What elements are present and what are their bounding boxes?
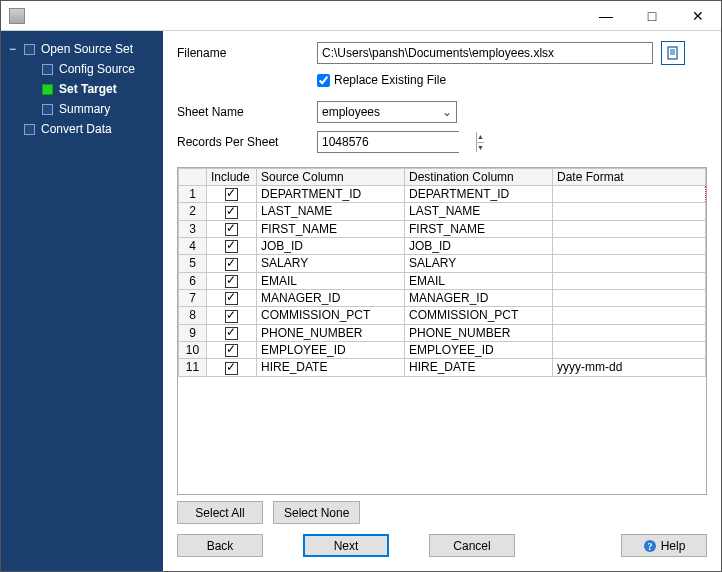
cell-source[interactable]: MANAGER_ID [257, 289, 405, 306]
checkbox-checked-icon[interactable] [225, 206, 238, 219]
cell-format[interactable] [553, 255, 706, 272]
checkbox-checked-icon[interactable] [225, 292, 238, 305]
cell-include[interactable] [207, 341, 257, 358]
cell-source[interactable]: EMAIL [257, 272, 405, 289]
checkbox-checked-icon[interactable] [225, 223, 238, 236]
row-header[interactable]: 9 [179, 324, 207, 341]
cell-format[interactable] [553, 272, 706, 289]
col-header-format[interactable]: Date Format [553, 169, 706, 186]
wizard-step-open-source-set[interactable]: −Open Source Set [7, 39, 157, 59]
cell-format[interactable] [553, 341, 706, 358]
cell-source[interactable]: PHONE_NUMBER [257, 324, 405, 341]
filename-input[interactable] [317, 42, 653, 64]
cell-include[interactable] [207, 307, 257, 324]
cell-format[interactable] [553, 237, 706, 254]
cell-format[interactable] [553, 289, 706, 306]
checkbox-checked-icon[interactable] [225, 344, 238, 357]
cell-source[interactable]: SALARY [257, 255, 405, 272]
minimize-button[interactable]: — [583, 1, 629, 30]
cell-dest[interactable]: DEPARTMENT_ID [405, 186, 553, 203]
records-per-sheet-spinner[interactable]: ▲ ▼ [317, 131, 459, 153]
wizard-step-set-target[interactable]: Set Target [25, 79, 157, 99]
cell-include[interactable] [207, 237, 257, 254]
cell-include[interactable] [207, 255, 257, 272]
cell-include[interactable] [207, 324, 257, 341]
table-row[interactable]: 7MANAGER_IDMANAGER_ID [179, 289, 706, 306]
cell-include[interactable] [207, 272, 257, 289]
select-all-button[interactable]: Select All [177, 501, 263, 524]
cell-format[interactable]: yyyy-mm-dd [553, 359, 706, 376]
wizard-step-summary[interactable]: Summary [25, 99, 157, 119]
checkbox-checked-icon[interactable] [225, 362, 238, 375]
cell-dest[interactable]: HIRE_DATE [405, 359, 553, 376]
cell-include[interactable] [207, 289, 257, 306]
next-button[interactable]: Next [303, 534, 389, 557]
cell-source[interactable]: COMMISSION_PCT [257, 307, 405, 324]
row-header[interactable]: 6 [179, 272, 207, 289]
cell-source[interactable]: FIRST_NAME [257, 220, 405, 237]
spinner-up-icon[interactable]: ▲ [477, 132, 484, 143]
cell-format[interactable] [553, 203, 706, 220]
row-header[interactable]: 7 [179, 289, 207, 306]
cell-dest[interactable]: JOB_ID [405, 237, 553, 254]
checkbox-checked-icon[interactable] [225, 240, 238, 253]
cell-source[interactable]: JOB_ID [257, 237, 405, 254]
table-row[interactable]: 9PHONE_NUMBERPHONE_NUMBER [179, 324, 706, 341]
cell-format[interactable] [553, 307, 706, 324]
checkbox-checked-icon[interactable] [225, 327, 238, 340]
cell-dest[interactable]: SALARY [405, 255, 553, 272]
cell-dest[interactable]: FIRST_NAME [405, 220, 553, 237]
cell-dest[interactable]: COMMISSION_PCT [405, 307, 553, 324]
row-header[interactable]: 4 [179, 237, 207, 254]
cell-source[interactable]: DEPARTMENT_ID [257, 186, 405, 203]
replace-existing-checkbox[interactable] [317, 74, 330, 87]
table-row[interactable]: 2LAST_NAMELAST_NAME [179, 203, 706, 220]
cell-dest[interactable]: LAST_NAME [405, 203, 553, 220]
cell-format[interactable] [553, 324, 706, 341]
columns-grid[interactable]: Include Source Column Destination Column… [177, 167, 707, 495]
table-row[interactable]: 5SALARYSALARY [179, 255, 706, 272]
row-header[interactable]: 3 [179, 220, 207, 237]
maximize-button[interactable]: □ [629, 1, 675, 30]
row-header[interactable]: 5 [179, 255, 207, 272]
cancel-button[interactable]: Cancel [429, 534, 515, 557]
cell-include[interactable] [207, 186, 257, 203]
cell-include[interactable] [207, 203, 257, 220]
checkbox-checked-icon[interactable] [225, 275, 238, 288]
cell-source[interactable]: HIRE_DATE [257, 359, 405, 376]
wizard-step-convert-data[interactable]: Convert Data [7, 119, 157, 139]
help-button[interactable]: ? Help [621, 534, 707, 557]
checkbox-checked-icon[interactable] [225, 188, 238, 201]
select-none-button[interactable]: Select None [273, 501, 360, 524]
cell-source[interactable]: LAST_NAME [257, 203, 405, 220]
row-header[interactable]: 10 [179, 341, 207, 358]
wizard-step-config-source[interactable]: Config Source [25, 59, 157, 79]
row-header[interactable]: 2 [179, 203, 207, 220]
table-row[interactable]: 4JOB_IDJOB_ID [179, 237, 706, 254]
row-header[interactable]: 8 [179, 307, 207, 324]
cell-dest[interactable]: PHONE_NUMBER [405, 324, 553, 341]
cell-dest[interactable]: EMAIL [405, 272, 553, 289]
table-row[interactable]: 1DEPARTMENT_IDDEPARTMENT_ID [179, 186, 706, 203]
row-header[interactable]: 11 [179, 359, 207, 376]
cell-dest[interactable]: MANAGER_ID [405, 289, 553, 306]
checkbox-checked-icon[interactable] [225, 258, 238, 271]
cell-dest[interactable]: EMPLOYEE_ID [405, 341, 553, 358]
cell-include[interactable] [207, 220, 257, 237]
cell-source[interactable]: EMPLOYEE_ID [257, 341, 405, 358]
table-row[interactable]: 6EMAILEMAIL [179, 272, 706, 289]
table-row[interactable]: 8COMMISSION_PCTCOMMISSION_PCT [179, 307, 706, 324]
close-button[interactable]: ✕ [675, 1, 721, 30]
col-header-include[interactable]: Include [207, 169, 257, 186]
table-row[interactable]: 10EMPLOYEE_IDEMPLOYEE_ID [179, 341, 706, 358]
cell-include[interactable] [207, 359, 257, 376]
records-per-sheet-input[interactable] [318, 132, 476, 152]
cell-format[interactable] [553, 186, 706, 203]
cell-format[interactable] [553, 220, 706, 237]
table-row[interactable]: 11HIRE_DATEHIRE_DATEyyyy-mm-dd [179, 359, 706, 376]
back-button[interactable]: Back [177, 534, 263, 557]
row-header[interactable]: 1 [179, 186, 207, 203]
checkbox-checked-icon[interactable] [225, 310, 238, 323]
sheet-name-combo[interactable]: employees [317, 101, 457, 123]
col-header-source[interactable]: Source Column [257, 169, 405, 186]
